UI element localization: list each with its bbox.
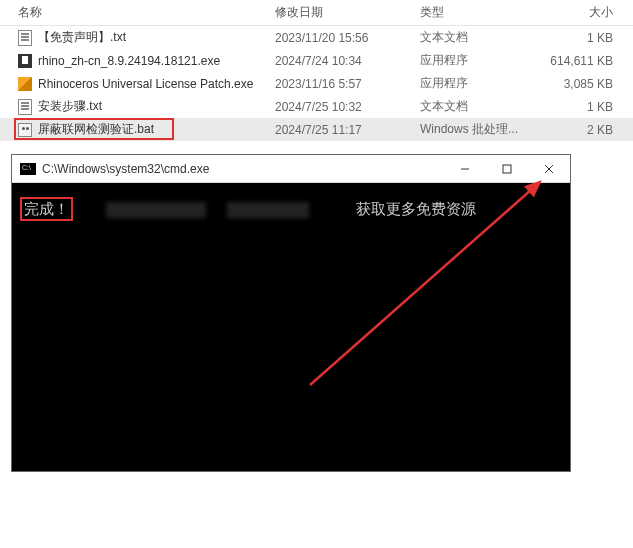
file-name-cell: rhino_zh-cn_8.9.24194.18121.exe [0, 54, 275, 68]
header-type[interactable]: 类型 [420, 4, 535, 21]
cmd-icon [20, 163, 36, 175]
file-type: 应用程序 [420, 75, 535, 92]
minimize-icon [460, 164, 470, 174]
maximize-icon [502, 164, 512, 174]
cmd-message: 获取更多免费资源 [356, 200, 476, 218]
header-size[interactable]: 大小 [535, 4, 633, 21]
maximize-button[interactable] [486, 155, 528, 182]
blurred-text-2 [227, 202, 309, 218]
file-row[interactable]: rhino_zh-cn_8.9.24194.18121.exe2024/7/24… [0, 49, 633, 72]
file-name-cell: 安装步骤.txt [0, 98, 275, 115]
cmd-window-controls [444, 155, 570, 182]
cmd-title: C:\Windows\system32\cmd.exe [42, 162, 444, 176]
svg-rect-1 [503, 165, 511, 173]
file-list: 【免责声明】.txt2023/11/20 15:56文本文档1 KBrhino_… [0, 26, 633, 141]
file-name: 【免责声明】.txt [38, 29, 126, 46]
file-date: 2024/7/24 10:34 [275, 54, 420, 68]
file-row[interactable]: Rhinoceros Universal License Patch.exe20… [0, 72, 633, 95]
file-name-cell: 屏蔽联网检测验证.bat [0, 121, 275, 138]
file-size: 1 KB [535, 31, 633, 45]
file-date: 2024/7/25 10:32 [275, 100, 420, 114]
txt-file-icon [18, 99, 32, 115]
file-date: 2023/11/16 5:57 [275, 77, 420, 91]
cmd-done-text: 完成！ [20, 197, 73, 221]
blurred-text-1 [106, 202, 206, 218]
file-name-cell: Rhinoceros Universal License Patch.exe [0, 77, 275, 91]
file-list-header: 名称 修改日期 类型 大小 [0, 0, 633, 26]
header-date[interactable]: 修改日期 [275, 4, 420, 21]
file-type: 文本文档 [420, 29, 535, 46]
cmd-window: C:\Windows\system32\cmd.exe 完成！ 获取更多免费资源 [11, 154, 571, 472]
file-row[interactable]: 屏蔽联网检测验证.bat2024/7/25 11:17Windows 批处理..… [0, 118, 633, 141]
close-button[interactable] [528, 155, 570, 182]
file-size: 3,085 KB [535, 77, 633, 91]
cmd-body: 完成！ 获取更多免费资源 [12, 183, 570, 471]
file-row[interactable]: 安装步骤.txt2024/7/25 10:32文本文档1 KB [0, 95, 633, 118]
file-date: 2023/11/20 15:56 [275, 31, 420, 45]
file-type: Windows 批处理... [420, 121, 535, 138]
file-date: 2024/7/25 11:17 [275, 123, 420, 137]
file-name: Rhinoceros Universal License Patch.exe [38, 77, 253, 91]
file-name: 屏蔽联网检测验证.bat [38, 121, 154, 138]
file-size: 614,611 KB [535, 54, 633, 68]
file-size: 2 KB [535, 123, 633, 137]
file-type: 应用程序 [420, 52, 535, 69]
bat-file-icon [18, 123, 32, 137]
exe-file-icon [18, 54, 32, 68]
file-name-cell: 【免责声明】.txt [0, 29, 275, 46]
minimize-button[interactable] [444, 155, 486, 182]
file-row[interactable]: 【免责声明】.txt2023/11/20 15:56文本文档1 KB [0, 26, 633, 49]
file-name: 安装步骤.txt [38, 98, 102, 115]
cmd-titlebar[interactable]: C:\Windows\system32\cmd.exe [12, 155, 570, 183]
file-size: 1 KB [535, 100, 633, 114]
file-name: rhino_zh-cn_8.9.24194.18121.exe [38, 54, 220, 68]
header-name[interactable]: 名称 [0, 4, 275, 21]
file-type: 文本文档 [420, 98, 535, 115]
patch-file-icon [18, 77, 32, 91]
close-icon [544, 164, 554, 174]
txt-file-icon [18, 30, 32, 46]
